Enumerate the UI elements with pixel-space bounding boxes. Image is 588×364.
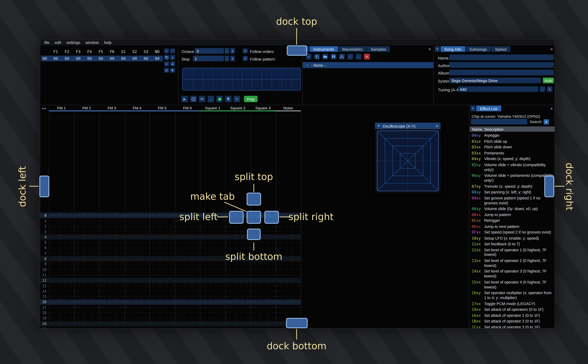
pattern-cell[interactable]: ··· ·· ·· ··· <box>225 246 250 250</box>
pattern-cell[interactable]: ··· ·· ·· ··· <box>99 322 124 325</box>
pattern-cell[interactable]: ··· ·· ·· ··· <box>150 219 175 223</box>
channel-header-noise[interactable]: Noise <box>276 105 301 111</box>
pattern-cell[interactable]: ··· ·· ·· ··· <box>125 224 150 228</box>
pattern-cell[interactable]: ··· ·· ·· ··· <box>49 273 74 277</box>
pattern-cell[interactable]: ··· ·· ·· ··· <box>150 214 175 217</box>
channel-header-fm-3[interactable]: FM 3 <box>99 105 124 111</box>
effect-list-menu-caret-icon[interactable]: ▾ <box>470 106 475 111</box>
pattern-cell[interactable]: ··· ·· ·· ··· <box>175 322 200 325</box>
pattern-cell[interactable]: ··· ·· ·· ··· <box>99 214 124 217</box>
pattern-cell[interactable]: ··· ·· ·· ··· <box>150 300 175 304</box>
channel-header-fm-1[interactable]: FM 1 <box>49 105 74 111</box>
pattern-cell[interactable]: ··· ·· ·· ··· <box>125 268 150 271</box>
step-one-row-button[interactable]: ↓ <box>208 96 214 102</box>
tab-effect-list[interactable]: Effect List <box>476 106 501 111</box>
pattern-cell[interactable]: ··· ·· ·· ··· <box>99 257 124 260</box>
pattern-cell[interactable]: ··· ·· ·· ··· <box>74 316 99 320</box>
pattern-cell[interactable]: ··· ·· ·· ··· <box>175 262 200 266</box>
pattern-cell[interactable]: ··· ·· ·· ··· <box>150 268 175 271</box>
pattern-cell[interactable]: ··· ·· ·· ··· <box>150 240 175 244</box>
pattern-cell[interactable]: ··· ·· ·· ··· <box>251 224 276 228</box>
octave-increase-button[interactable]: + <box>230 48 235 54</box>
pattern-row[interactable]: 15··· ·· ·· ······ ·· ·· ······ ·· ·· ··… <box>40 294 301 299</box>
pattern-cell[interactable]: ··· ·· ·· ··· <box>125 295 150 299</box>
pattern-cell[interactable]: ··· ·· ·· ··· <box>99 219 124 223</box>
pattern-cell[interactable]: ··· ·· ·· ··· <box>150 246 175 250</box>
split-right-target[interactable] <box>264 211 279 224</box>
channel-header-square-1[interactable]: Square 1 <box>200 105 225 111</box>
move-order-down-button[interactable]: ∨ <box>164 61 169 66</box>
step-decrease-button[interactable]: - <box>225 56 229 61</box>
effect-search-input[interactable] <box>471 119 527 124</box>
pattern-cell[interactable]: ··· ·· ·· ··· <box>99 251 124 255</box>
pattern-cell[interactable]: ··· ·· ·· ··· <box>99 300 124 304</box>
pattern-row[interactable]: 17··· ·· ·· ······ ·· ·· ······ ·· ·· ··… <box>40 305 301 310</box>
pattern-cell[interactable]: ··· ·· ·· ··· <box>49 316 74 320</box>
instrument-folders-button[interactable] <box>339 54 345 59</box>
pattern-cell[interactable]: ··· ·· ·· ··· <box>125 235 150 239</box>
order-value[interactable]: 00 <box>73 56 84 60</box>
pattern-cell[interactable]: ··· ·· ·· ··· <box>125 300 150 304</box>
change-all-orders-button[interactable]: ⇄ <box>164 68 169 73</box>
pattern-cell[interactable]: ··· ·· ·· ··· <box>200 230 225 234</box>
channel-header-fm-4[interactable]: FM 4 <box>125 105 150 111</box>
pattern-cell[interactable]: ··· ·· ·· ··· <box>125 240 150 244</box>
repeat-pattern-button[interactable]: ↻ <box>234 96 240 102</box>
channel-header-fm-2[interactable]: FM 2 <box>74 105 99 111</box>
pattern-cell[interactable]: ··· ·· ·· ··· <box>200 240 225 244</box>
pattern-cell[interactable]: ··· ·· ·· ··· <box>251 289 276 293</box>
pattern-cell[interactable]: ··· ·· ·· ··· <box>74 268 99 271</box>
record-button[interactable] <box>216 96 223 102</box>
pattern-cell[interactable]: ··· ·· ·· ··· <box>200 257 225 260</box>
pattern-cell[interactable]: ··· ·· ·· ··· <box>49 311 74 315</box>
pattern-cell[interactable]: ··· ·· ·· ··· <box>99 235 124 239</box>
pattern-cell[interactable]: ··· ·· ·· ··· <box>99 295 124 299</box>
tuning-input[interactable]: 440 <box>458 86 538 92</box>
hamburger-icon[interactable]: ≡ <box>543 119 549 124</box>
pattern-cell[interactable]: ··· ·· ·· ··· <box>49 246 74 250</box>
system-input[interactable]: Sega Genesis/Mega Drive <box>449 78 541 83</box>
pattern-cell[interactable]: ··· ·· ·· ··· <box>99 268 124 271</box>
split-left-target[interactable] <box>229 211 244 224</box>
remove-order-button[interactable]: − <box>170 48 175 53</box>
pattern-cell[interactable]: ··· ·· ·· ··· <box>74 230 99 234</box>
pattern-cell[interactable]: ··· ·· ·· ··· <box>200 322 225 325</box>
pattern-cell[interactable]: ··· ·· ·· ··· <box>200 273 225 277</box>
pattern-cell[interactable]: ··· ·· ·· ··· <box>251 262 276 266</box>
pattern-cell[interactable]: ··· ·· ·· ··· <box>200 300 225 304</box>
step-increase-button[interactable]: + <box>230 56 235 61</box>
pattern-row[interactable]: 16··· ·· ·· ······ ·· ·· ······ ·· ·· ··… <box>40 299 301 305</box>
pattern-row[interactable]: 2··· ·· ·· ······ ·· ·· ······ ·· ·· ···… <box>40 223 301 229</box>
pattern-cell[interactable]: ··· ·· ·· ··· <box>125 311 150 315</box>
order-value[interactable]: 00 <box>152 56 163 60</box>
pattern-cell[interactable]: ··· ·· ·· ··· <box>150 316 175 320</box>
pattern-cell[interactable]: ··· ·· ·· ··· <box>49 214 74 217</box>
pattern-cell[interactable]: ··· ·· ·· ··· <box>175 235 200 239</box>
pattern-cell[interactable]: ··· ·· ·· ··· <box>150 251 175 255</box>
instrument-list-item[interactable]: ○- None - <box>303 62 433 68</box>
octave-decrease-button[interactable]: - <box>225 48 229 54</box>
pattern-cell[interactable]: ··· ·· ·· ··· <box>49 262 74 266</box>
pattern-cell[interactable]: ··· ·· ·· ··· <box>225 295 250 299</box>
pattern-cell[interactable]: ··· ·· ·· ··· <box>150 230 175 234</box>
pattern-cell[interactable]: ··· ·· ·· ··· <box>150 273 175 277</box>
play-from-beginning-button[interactable] <box>190 96 197 102</box>
pattern-cell[interactable]: ··· ·· ·· ··· <box>251 284 276 288</box>
make-tab-target[interactable] <box>247 211 261 224</box>
add-order-button[interactable]: + <box>164 48 169 53</box>
album-input[interactable] <box>449 70 554 75</box>
pattern-cell[interactable]: ··· ·· ·· ··· <box>74 284 99 288</box>
poly-toggle[interactable]: Poly <box>244 96 258 102</box>
pattern-cell[interactable]: ··· ·· ·· ··· <box>99 246 124 250</box>
duplicate-order-button[interactable] <box>164 55 169 60</box>
pattern-cell[interactable]: ··· ·· ·· ··· <box>251 268 276 271</box>
pattern-cell[interactable]: ··· ·· ·· ··· <box>200 327 225 328</box>
pattern-cell[interactable]: ··· ·· ·· ··· <box>276 240 301 244</box>
pattern-row[interactable]: 11··· ·· ·· ······ ·· ·· ······ ·· ·· ··… <box>40 272 301 278</box>
tab-song-info[interactable]: Song Info <box>441 46 465 52</box>
pattern-cell[interactable]: ··· ·· ·· ··· <box>125 289 150 293</box>
pattern-cell[interactable]: ··· ·· ·· ··· <box>251 316 276 320</box>
pattern-cell[interactable]: ··· ·· ·· ··· <box>125 230 150 234</box>
order-edit-mode-button[interactable] <box>170 68 175 73</box>
order-value[interactable]: 00 <box>84 56 95 60</box>
